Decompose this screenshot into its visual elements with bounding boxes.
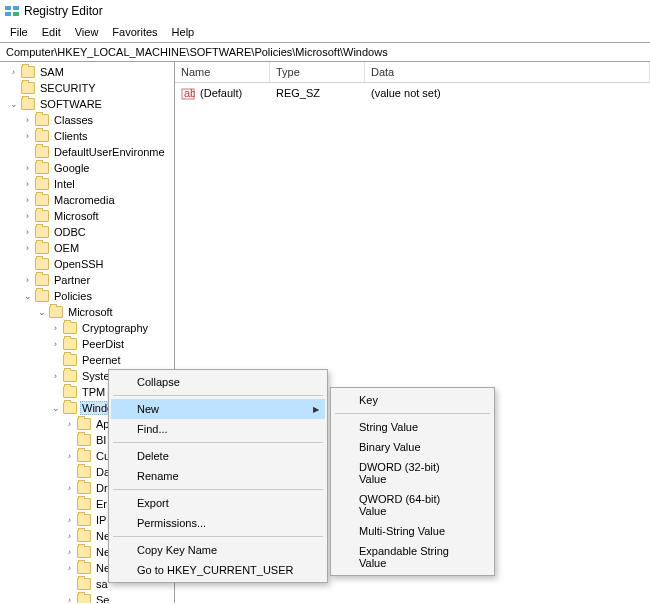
- chevron-right-icon[interactable]: ›: [22, 211, 33, 222]
- tree-node[interactable]: ›PeerDist: [48, 336, 174, 352]
- chevron-right-icon[interactable]: ›: [64, 547, 75, 558]
- tree-node[interactable]: ⌄Policies: [20, 288, 174, 304]
- tree-node-label: Partner: [52, 274, 92, 286]
- folder-icon: [63, 338, 77, 350]
- tree-node-label: IP: [94, 514, 108, 526]
- value-type: REG_SZ: [270, 85, 365, 103]
- chevron-right-icon[interactable]: ›: [64, 419, 75, 430]
- expander-none: [64, 435, 75, 446]
- ctx-find[interactable]: Find...: [111, 419, 325, 439]
- tree-node[interactable]: Peernet: [48, 352, 174, 368]
- tree-node[interactable]: OpenSSH: [20, 256, 174, 272]
- tree-node-label: Google: [52, 162, 91, 174]
- value-row[interactable]: ab (Default) REG_SZ (value not set): [175, 83, 650, 105]
- folder-icon: [63, 322, 77, 334]
- tree-node-label: Er: [94, 498, 109, 510]
- ctx-separator: [113, 536, 323, 537]
- folder-icon: [77, 434, 91, 446]
- chevron-right-icon[interactable]: ›: [64, 515, 75, 526]
- ctx-separator: [113, 442, 323, 443]
- tree-node[interactable]: ⌄SOFTWARE: [6, 96, 174, 112]
- menu-file[interactable]: File: [4, 24, 34, 40]
- expander-none: [8, 83, 19, 94]
- tree-node-label: Clients: [52, 130, 90, 142]
- tree-node[interactable]: ›Macromedia: [20, 192, 174, 208]
- col-name[interactable]: Name: [175, 62, 270, 82]
- menu-help[interactable]: Help: [166, 24, 201, 40]
- ctx-copy-key-name[interactable]: Copy Key Name: [111, 540, 325, 560]
- tree-node[interactable]: ›Partner: [20, 272, 174, 288]
- chevron-right-icon[interactable]: ›: [64, 595, 75, 604]
- expander-none: [50, 387, 61, 398]
- chevron-right-icon[interactable]: ›: [22, 275, 33, 286]
- ctx-goto-hkcu[interactable]: Go to HKEY_CURRENT_USER: [111, 560, 325, 580]
- chevron-right-icon[interactable]: ›: [64, 483, 75, 494]
- ctx-new-string[interactable]: String Value: [333, 417, 492, 437]
- tree-node[interactable]: ›OEM: [20, 240, 174, 256]
- address-bar[interactable]: Computer\HKEY_LOCAL_MACHINE\SOFTWARE\Pol…: [0, 43, 650, 62]
- ctx-permissions[interactable]: Permissions...: [111, 513, 325, 533]
- col-data[interactable]: Data: [365, 62, 650, 82]
- chevron-right-icon[interactable]: ›: [64, 531, 75, 542]
- tree-node-label: SOFTWARE: [38, 98, 104, 110]
- chevron-down-icon[interactable]: ⌄: [50, 403, 61, 414]
- folder-icon: [35, 226, 49, 238]
- folder-icon: [21, 82, 35, 94]
- chevron-right-icon[interactable]: ›: [8, 67, 19, 78]
- ctx-new-expand[interactable]: Expandable String Value: [333, 541, 492, 573]
- tree-node[interactable]: DefaultUserEnvironme: [20, 144, 174, 160]
- chevron-right-icon[interactable]: ›: [50, 371, 61, 382]
- tree-node-label: BI: [94, 434, 108, 446]
- tree-node[interactable]: ›ODBC: [20, 224, 174, 240]
- chevron-right-icon[interactable]: ›: [50, 339, 61, 350]
- tree-node[interactable]: ›Clients: [20, 128, 174, 144]
- folder-icon: [63, 354, 77, 366]
- tree-node[interactable]: ›Google: [20, 160, 174, 176]
- tree-node[interactable]: ›SAM: [6, 64, 174, 80]
- chevron-right-icon[interactable]: ›: [64, 563, 75, 574]
- chevron-right-icon: ▶: [313, 405, 319, 414]
- expander-none: [22, 259, 33, 270]
- chevron-right-icon[interactable]: ›: [22, 227, 33, 238]
- tree-node[interactable]: ›Microsoft: [20, 208, 174, 224]
- menu-favorites[interactable]: Favorites: [106, 24, 163, 40]
- ctx-new-multi[interactable]: Multi-String Value: [333, 521, 492, 541]
- chevron-right-icon[interactable]: ›: [22, 163, 33, 174]
- tree-node[interactable]: ›Intel: [20, 176, 174, 192]
- chevron-down-icon[interactable]: ⌄: [36, 307, 47, 318]
- ctx-new-key[interactable]: Key: [333, 390, 492, 410]
- ctx-rename[interactable]: Rename: [111, 466, 325, 486]
- chevron-right-icon[interactable]: ›: [22, 179, 33, 190]
- chevron-right-icon[interactable]: ›: [64, 451, 75, 462]
- tree-node[interactable]: ›Classes: [20, 112, 174, 128]
- value-name: (Default): [200, 87, 242, 99]
- chevron-right-icon[interactable]: ›: [22, 195, 33, 206]
- ctx-delete[interactable]: Delete: [111, 446, 325, 466]
- app-icon: [4, 3, 20, 19]
- ctx-collapse[interactable]: Collapse: [111, 372, 325, 392]
- folder-icon: [35, 162, 49, 174]
- tree-node[interactable]: ⌄Microsoft: [34, 304, 174, 320]
- expander-none: [50, 355, 61, 366]
- chevron-right-icon[interactable]: ›: [50, 323, 61, 334]
- tree-node[interactable]: SECURITY: [6, 80, 174, 96]
- ctx-new[interactable]: New ▶: [111, 399, 325, 419]
- chevron-right-icon[interactable]: ›: [22, 243, 33, 254]
- ctx-new-qword[interactable]: QWORD (64-bit) Value: [333, 489, 492, 521]
- col-type[interactable]: Type: [270, 62, 365, 82]
- ctx-separator: [335, 413, 490, 414]
- tree-node[interactable]: ›Cryptography: [48, 320, 174, 336]
- tree-node-label: TPM: [80, 386, 107, 398]
- folder-icon: [35, 258, 49, 270]
- chevron-down-icon[interactable]: ⌄: [22, 291, 33, 302]
- tree-node[interactable]: ›Se: [62, 592, 174, 603]
- string-value-icon: ab: [181, 87, 195, 101]
- ctx-new-dword[interactable]: DWORD (32-bit) Value: [333, 457, 492, 489]
- menu-edit[interactable]: Edit: [36, 24, 67, 40]
- ctx-new-binary[interactable]: Binary Value: [333, 437, 492, 457]
- chevron-right-icon[interactable]: ›: [22, 115, 33, 126]
- chevron-right-icon[interactable]: ›: [22, 131, 33, 142]
- chevron-down-icon[interactable]: ⌄: [8, 99, 19, 110]
- menu-view[interactable]: View: [69, 24, 105, 40]
- ctx-export[interactable]: Export: [111, 493, 325, 513]
